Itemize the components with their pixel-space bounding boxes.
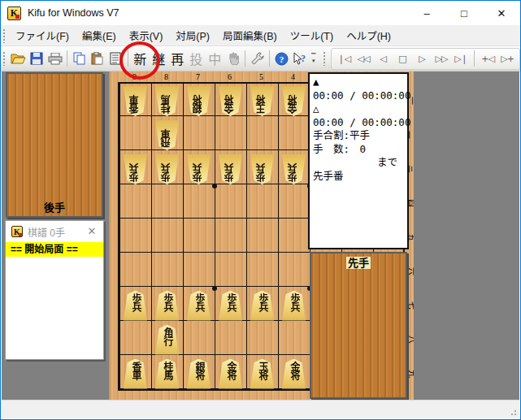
toolbar-separator [67, 50, 67, 67]
paste-button[interactable] [88, 50, 106, 68]
piece-sente-67[interactable]: 歩兵 [218, 291, 243, 321]
info-line: 手 数: 0 [313, 143, 404, 157]
branch-forward-button[interactable]: ▷+ [497, 50, 517, 67]
piece-kanji: 桂馬 [154, 362, 180, 389]
continue-game-button[interactable]: 継 [150, 50, 168, 68]
piece-sente-79[interactable]: 銀将 [186, 359, 211, 389]
piece-kanji: 金将 [281, 362, 306, 389]
kifu-titlebar[interactable]: K 棋譜 0手 ✕ [6, 221, 103, 242]
piece-gote-43[interactable]: 歩兵 [281, 154, 306, 184]
piece-gote-71[interactable]: 銀将 [186, 86, 211, 116]
menu-item-game[interactable]: 対局(P) [169, 24, 216, 46]
go-first-button[interactable]: ❘◁ [334, 50, 354, 67]
menu-item-help[interactable]: ヘルプ(H) [340, 24, 397, 46]
menu-item-edit[interactable]: 編集(E) [76, 24, 123, 46]
piece-kanji: 歩兵 [186, 293, 211, 321]
piece-sente-59[interactable]: 玉将 [250, 359, 275, 389]
piece-kanji: 玉将 [250, 362, 275, 389]
menu-item-position-edit[interactable]: 局面編集(B) [216, 24, 284, 46]
nav-toolbar: ❘◁◁◁◁□▷▷▷▷❘+◁▷+ [331, 48, 520, 70]
step-forward-button[interactable]: ▷ [412, 50, 432, 67]
toolbar-grip[interactable] [2, 51, 7, 66]
file-label-6: 6 [214, 71, 245, 82]
piece-sente-97[interactable]: 歩兵 [123, 291, 148, 321]
context-help-icon: ? [292, 52, 308, 66]
sente-komadai-panel: 先手 [310, 252, 407, 399]
menubar-grip[interactable] [2, 28, 7, 43]
kifu-move-list: == 開始局面 == [6, 242, 103, 257]
toolbar-overflow-icon[interactable]: ▔▾ [309, 50, 318, 68]
stop-button[interactable]: □ [393, 50, 412, 67]
piece-kanji: 歩兵 [154, 293, 180, 321]
piece-gote-91[interactable]: 香車 [123, 86, 148, 116]
piece-gote-41[interactable]: 金将 [281, 86, 306, 116]
piece-kanji: 銀将 [186, 86, 211, 114]
piece-sente-87[interactable]: 歩兵 [154, 291, 180, 321]
help-icon: ? [275, 52, 289, 66]
piece-sente-88[interactable]: 角行 [154, 325, 180, 355]
piece-gote-81[interactable]: 桂馬 [154, 86, 180, 116]
kifu-move-row[interactable]: == 開始局面 == [6, 242, 103, 257]
nav-toolbar-grip[interactable] [323, 51, 327, 66]
piece-gote-83[interactable]: 歩兵 [154, 154, 180, 184]
piece-gote-53[interactable]: 歩兵 [250, 154, 275, 184]
file-label-7: 7 [182, 71, 214, 82]
piece-gote-63[interactable]: 歩兵 [218, 154, 243, 184]
new-game-button[interactable]: 新 [131, 50, 150, 68]
piece-gote-73[interactable]: 歩兵 [186, 154, 211, 184]
kifu-window: K 棋譜 0手 ✕ == 開始局面 == [5, 220, 104, 360]
replay-game-button[interactable]: 再 [168, 50, 187, 68]
piece-sente-89[interactable]: 桂馬 [154, 359, 180, 389]
piece-kanji: 歩兵 [123, 154, 148, 182]
open-file-button[interactable] [9, 50, 28, 68]
branch-back-button[interactable]: +◁ [478, 50, 497, 67]
kifu-close-icon[interactable]: ✕ [85, 224, 98, 237]
print-button[interactable] [46, 50, 64, 68]
fast-forward-button[interactable]: ▷▷ [432, 50, 451, 67]
menu-item-tools[interactable]: ツール(T) [284, 24, 340, 46]
info-line: 00:00 / 00:00:00 [313, 116, 404, 130]
piece-gote-61[interactable]: 金将 [218, 86, 243, 116]
titlebar[interactable]: K Kifu for Windows V7 – □ ✕ [1, 1, 520, 25]
copy-button[interactable] [70, 50, 89, 68]
piece-sente-49[interactable]: 金将 [281, 359, 306, 389]
maximize-button[interactable]: □ [445, 1, 483, 25]
kifu-list-button[interactable] [106, 50, 125, 68]
menu-item-file[interactable]: ファイル(F) [9, 24, 76, 46]
close-button[interactable]: ✕ [483, 1, 520, 25]
piece-sente-69[interactable]: 金将 [218, 359, 243, 389]
open-file-icon [11, 53, 26, 65]
toolbar-separator [245, 50, 245, 67]
piece-gote-51[interactable]: 王将 [250, 86, 275, 116]
piece-sente-99[interactable]: 香車 [123, 359, 148, 389]
file-label-8: 8 [150, 71, 182, 82]
resize-grip-icon[interactable] [509, 408, 517, 416]
info-line: 00:00 / 00:00:00 [313, 89, 404, 103]
board-star-point [212, 286, 217, 291]
context-help-button[interactable]: ? [291, 50, 310, 68]
info-line: △ [313, 102, 404, 116]
piece-kanji: 香車 [123, 86, 148, 114]
app-icon: K [7, 6, 21, 20]
piece-sente-57[interactable]: 歩兵 [250, 291, 275, 321]
fast-backward-button[interactable]: ◁◁ [354, 50, 373, 67]
sente-label: 先手 [346, 257, 371, 269]
save-button[interactable] [28, 50, 46, 68]
piece-sente-77[interactable]: 歩兵 [186, 291, 211, 321]
sente-label-wrap: 先手 [311, 254, 406, 270]
step-backward-button[interactable]: ◁ [373, 50, 393, 67]
help-button[interactable]: ? [272, 50, 291, 68]
piece-kanji: 歩兵 [154, 154, 180, 182]
print-icon [48, 53, 63, 65]
toolbar-separator [474, 50, 475, 67]
paste-icon [91, 52, 103, 65]
piece-sente-47[interactable]: 歩兵 [281, 291, 306, 321]
go-last-button[interactable]: ▷❘ [451, 50, 471, 67]
options-button[interactable] [248, 50, 267, 68]
piece-kanji: 王将 [250, 86, 275, 114]
piece-gote-82[interactable]: 飛車 [154, 120, 180, 150]
minimize-button[interactable]: – [408, 1, 445, 25]
piece-gote-93[interactable]: 歩兵 [123, 154, 148, 184]
file-label-4: 4 [277, 71, 309, 82]
menu-item-view[interactable]: 表示(V) [123, 24, 170, 46]
